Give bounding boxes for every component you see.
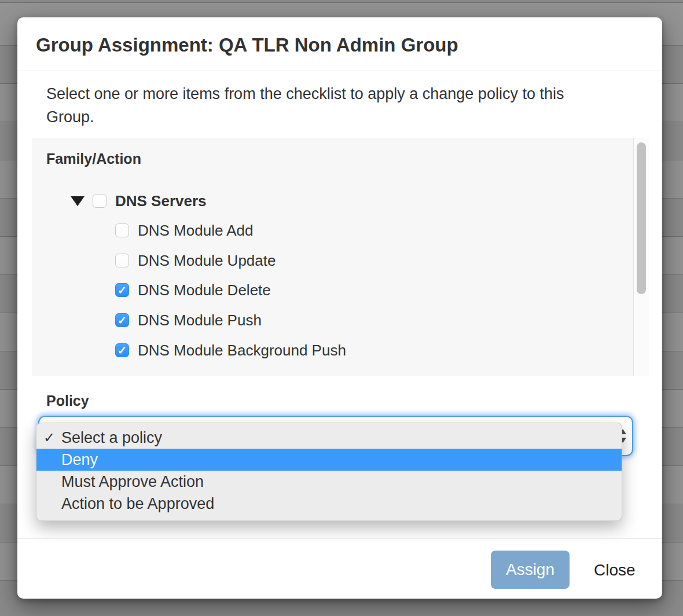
checklist-item-label: DNS Module Background Push: [138, 342, 346, 360]
dialog-title: Group Assignment: QA TLR Non Admin Group: [36, 34, 458, 57]
item-checkbox-3[interactable]: [115, 313, 129, 327]
checklist-item-label: DNS Module Update: [138, 252, 276, 270]
policy-option-select-a-policy[interactable]: ✓ Select a policy: [36, 427, 622, 449]
dialog-footer: Assign Close: [17, 538, 662, 599]
checklist-item-row: DNS Module Add: [115, 221, 253, 240]
selected-check-icon: ✓: [43, 431, 55, 445]
policy-option-must-approve-action[interactable]: ✓ Must Approve Action: [36, 471, 622, 493]
checklist-item-row: DNS Module Background Push: [115, 340, 346, 360]
policy-option-deny[interactable]: ✓ Deny: [36, 449, 622, 471]
dialog-description: Select one or more items from the checkl…: [46, 82, 611, 129]
checklist-heading: Family/Action: [46, 151, 141, 167]
policy-option-label: Action to be Approved: [61, 495, 214, 513]
assign-button[interactable]: Assign: [491, 551, 570, 589]
policy-option-action-to-be-approved[interactable]: ✓ Action to be Approved: [36, 493, 622, 515]
checklist-item-row: DNS Module Update: [115, 251, 276, 270]
dialog-header: Group Assignment: QA TLR Non Admin Group: [17, 17, 662, 71]
checklist-scrollbar-track[interactable]: [633, 138, 649, 376]
group-assignment-dialog: Group Assignment: QA TLR Non Admin Group…: [17, 17, 662, 599]
checklist-scrollbar-thumb[interactable]: [637, 142, 646, 294]
checklist-item-label: DNS Module Push: [138, 311, 262, 329]
dns-servers-checkbox[interactable]: [93, 194, 107, 208]
policy-heading: Policy: [46, 393, 89, 409]
policy-dropdown-menu: ✓ Select a policy ✓ Deny ✓ Must Approve …: [36, 423, 622, 521]
checklist-item-label: DNS Module Delete: [138, 281, 271, 299]
checklist-item-row: DNS Module Delete: [115, 280, 271, 300]
close-button[interactable]: Close: [594, 561, 636, 580]
dialog-title-prefix: Group Assignment:: [36, 34, 214, 56]
family-action-checklist: Family/Action DNS Servers DNS Module Add…: [32, 138, 649, 376]
item-checkbox-0[interactable]: [115, 223, 129, 237]
checklist-group-label: DNS Servers: [115, 192, 207, 210]
item-checkbox-4[interactable]: [115, 343, 129, 357]
dialog-title-group-name: QA TLR Non Admin Group: [219, 34, 458, 56]
policy-option-label: Must Approve Action: [61, 473, 204, 491]
checklist-group-row: DNS Servers: [71, 191, 207, 211]
collapse-triangle-icon[interactable]: [71, 196, 85, 206]
checklist-item-row: DNS Module Push: [115, 310, 262, 330]
checklist-item-label: DNS Module Add: [138, 222, 253, 240]
policy-option-label: Select a policy: [61, 429, 162, 447]
policy-option-label: Deny: [61, 451, 98, 469]
item-checkbox-1[interactable]: [115, 254, 129, 267]
item-checkbox-2[interactable]: [115, 283, 129, 297]
